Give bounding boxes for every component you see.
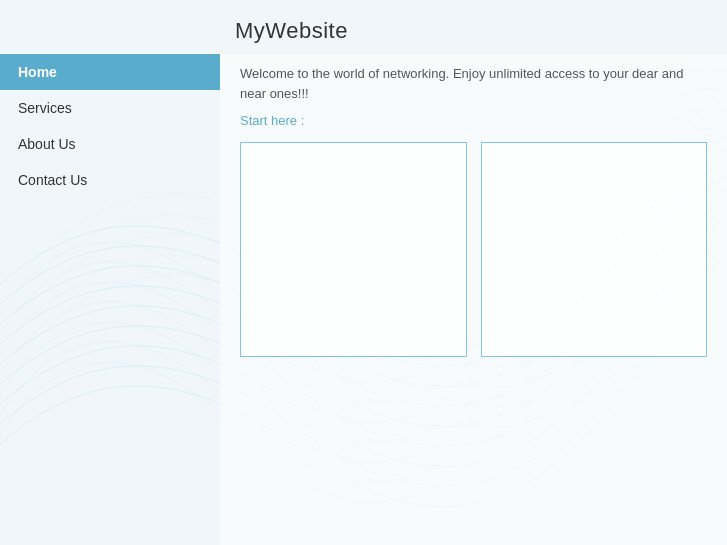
site-title: MyWebsite	[235, 18, 727, 44]
start-link[interactable]: Start here :	[240, 113, 304, 128]
welcome-text: Welcome to the world of networking. Enjo…	[240, 64, 707, 103]
sidebar: Home Services About Us Contact Us	[0, 54, 220, 545]
content-box-2	[481, 142, 708, 357]
content-boxes	[240, 142, 707, 357]
content-area: Welcome to the world of networking. Enjo…	[220, 54, 727, 545]
nav-item-services[interactable]: Services	[0, 90, 220, 126]
main-layout: Home Services About Us Contact Us Welcom…	[0, 54, 727, 545]
nav-item-home[interactable]: Home	[0, 54, 220, 90]
content-box-1	[240, 142, 467, 357]
nav-item-about[interactable]: About Us	[0, 126, 220, 162]
header: MyWebsite	[0, 0, 727, 54]
nav-item-contact[interactable]: Contact Us	[0, 162, 220, 198]
